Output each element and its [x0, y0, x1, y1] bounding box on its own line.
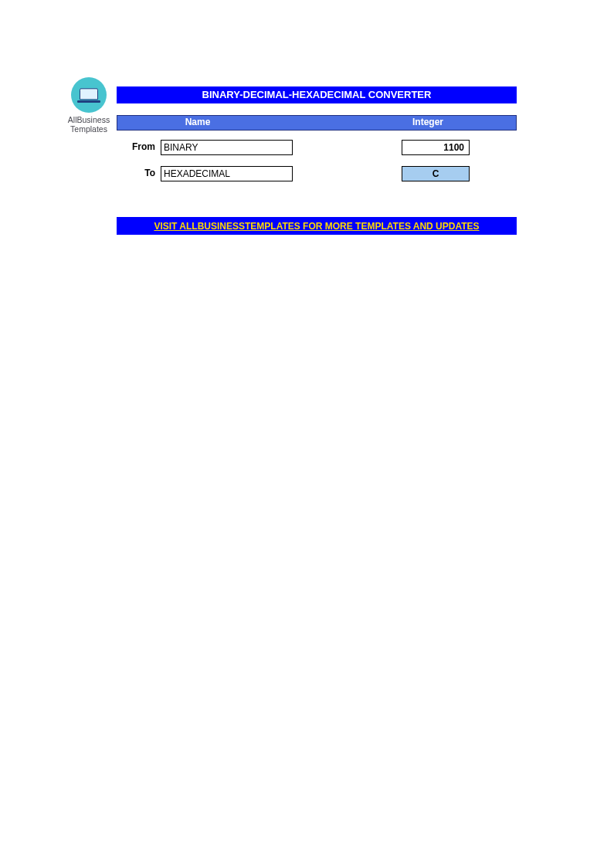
page-title: BINARY-DECIMAL-HEXADECIMAL CONVERTER — [117, 86, 517, 103]
from-row: From — [117, 140, 517, 157]
header-name: Name — [151, 117, 244, 127]
footer-link[interactable]: VISIT ALLBUSINESSTEMPLATES FOR MORE TEMP… — [154, 221, 479, 232]
to-name-input[interactable] — [161, 166, 293, 181]
from-name-input[interactable] — [161, 140, 293, 155]
page: AllBusiness Templates BINARY-DECIMAL-HEX… — [0, 0, 614, 868]
column-headers: Name Integer — [117, 115, 517, 131]
to-integer-result: C — [402, 166, 470, 181]
laptop-icon — [71, 77, 107, 113]
brand-line2: Templates — [70, 124, 107, 134]
from-integer-input[interactable] — [402, 140, 470, 155]
brand-line1: AllBusiness — [68, 115, 110, 124]
brand-logo: AllBusiness Templates — [63, 77, 114, 134]
from-label: From — [115, 141, 155, 152]
header-integer: Integer — [382, 117, 474, 127]
brand-text: AllBusiness Templates — [63, 115, 114, 134]
content-area: BINARY-DECIMAL-HEXADECIMAL CONVERTER Nam… — [117, 86, 517, 235]
footer-link-bar: VISIT ALLBUSINESSTEMPLATES FOR MORE TEMP… — [117, 217, 517, 235]
to-label: To — [115, 168, 155, 178]
to-row: To C — [117, 166, 517, 183]
